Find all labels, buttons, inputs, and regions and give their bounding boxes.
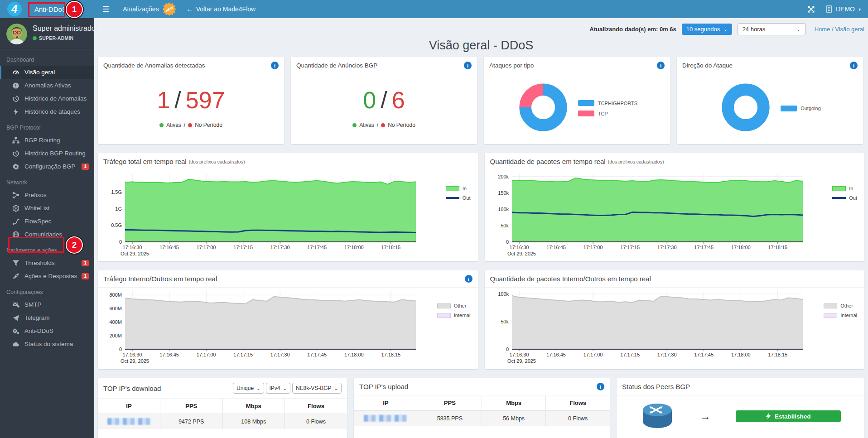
- legend-item[interactable]: TCP: [578, 111, 637, 116]
- svg-text:Oct 29, 2025: Oct 29, 2025: [121, 358, 149, 364]
- svg-text:50k: 50k: [501, 223, 509, 228]
- svg-text:17:18:00: 17:18:00: [731, 352, 750, 357]
- svg-text:17:17:00: 17:17:00: [197, 245, 216, 250]
- logo-home-link[interactable]: 4 Anti-DDoS: [0, 0, 94, 18]
- sidebar-item-visao-geral[interactable]: Visão geral: [0, 66, 94, 79]
- main-column: ☰ Atualizações NEW ← Voltar ao Made4Flow: [94, 0, 868, 438]
- sidebar-item-thresholds[interactable]: Thresholds1: [0, 256, 94, 270]
- chevron-down-icon: ⌄: [256, 386, 260, 391]
- filter-select-ne8k-vs-bgp[interactable]: NE8k-VS-BGP⌄: [292, 383, 342, 394]
- breadcrumb-home-link[interactable]: Home: [815, 26, 830, 33]
- donut-card: Direção do AtaqueiOutgoing: [677, 57, 863, 144]
- stat-value: 1/597: [157, 87, 225, 114]
- svg-text:17:17:45: 17:17:45: [694, 352, 714, 357]
- back-to-made4flow-link[interactable]: ← Voltar ao Made4Flow: [186, 5, 256, 13]
- svg-text:17:17:15: 17:17:15: [233, 245, 253, 250]
- sidebar-item-prefixos[interactable]: Prefixos: [0, 188, 94, 202]
- sidebar-item-acoes-e-respostas[interactable]: Ações e Respostas1: [0, 270, 94, 283]
- sidebar-item-smtp[interactable]: SMTP: [0, 298, 94, 311]
- svg-text:Oct 29, 2025: Oct 29, 2025: [507, 251, 536, 256]
- sidebar-item-comunidades[interactable]: Comunidades: [0, 228, 94, 241]
- legend-item[interactable]: TCPHIGHPORTS: [578, 100, 637, 106]
- sidebar-item-status-do-sistema[interactable]: Status do sistema: [0, 337, 94, 351]
- content-area: Atualizando dado(s) em: 0m 6s 10 segundo…: [94, 18, 868, 438]
- gear-icon: [11, 163, 21, 170]
- legend-item[interactable]: Out: [446, 195, 471, 201]
- svg-text:17:16:30: 17:16:30: [123, 352, 142, 357]
- updates-link[interactable]: Atualizações: [123, 5, 159, 13]
- org-selector[interactable]: DEMO ▾: [826, 5, 861, 13]
- user-name: Super administrador: [33, 24, 98, 33]
- sidebar-item-historico-bgp-routing[interactable]: Histórico BGP Routing: [0, 147, 94, 160]
- sidebar-item-configuracao-bgp[interactable]: Configuração BGP1: [0, 160, 94, 173]
- sidebar-item-label: FlowSpec: [24, 218, 51, 225]
- sidebar-item-whitelist[interactable]: WhiteList: [0, 202, 94, 215]
- legend-item[interactable]: In: [832, 186, 857, 191]
- chart-legend: InOut: [832, 186, 857, 201]
- legend-item[interactable]: Out: [832, 195, 857, 201]
- sidebar-section-label: BGP Protocol: [0, 118, 94, 134]
- sidebar-item-flowspec[interactable]: FlowSpec: [0, 215, 94, 228]
- card-title: Quantidade de pacotes em tempo real: [490, 158, 606, 165]
- card-header: Quantidade de pacotes em tempo real(dos …: [485, 153, 865, 170]
- stat-value-active: 1: [157, 87, 170, 114]
- svg-text:17:17:30: 17:17:30: [657, 245, 676, 250]
- legend-item[interactable]: Internal: [437, 313, 471, 318]
- sidebar-item-anomalias-ativas[interactable]: Anomalias Ativas: [0, 79, 94, 92]
- card-title: Quantidade de Anomalias detectadas: [103, 62, 205, 69]
- sidebar-item-telegram[interactable]: Telegram: [0, 311, 94, 324]
- card-title: Direção do Ataque: [682, 62, 733, 69]
- legend-label: Internal: [840, 313, 857, 318]
- legend-item[interactable]: Internal: [824, 313, 857, 318]
- info-icon[interactable]: i: [465, 275, 473, 283]
- info-icon[interactable]: i: [271, 62, 279, 69]
- stats-row: Quantidade de Anomalias detectadasi1/597…: [98, 57, 864, 144]
- legend-item[interactable]: Other: [437, 303, 471, 308]
- legend-label: Other: [840, 303, 853, 308]
- realtime-charts-row: Tráfego total em tempo real(dos prefixos…: [98, 153, 864, 261]
- legend-label: Out: [463, 195, 471, 201]
- sidebar-item-anti-ddos[interactable]: Anti-DDoS: [0, 324, 94, 337]
- time-range-select[interactable]: 24 horas⌄: [738, 23, 805, 35]
- legend-swatch: [446, 186, 459, 191]
- upload-table: IPPPSMbpsFlows 5835 PPS56 Mbps0 Flows: [354, 395, 610, 426]
- info-icon[interactable]: i: [464, 62, 472, 69]
- top-upload-card: TOP IP's upload i IPPPSMbpsFlows 5835 PP…: [354, 378, 610, 438]
- card-header: Tráfego total em tempo real(dos prefixos…: [98, 153, 478, 170]
- donut-card: Ataques por tipoiTCPHIGHPORTSTCP: [484, 57, 670, 144]
- sidebar-item-historico-de-anomalias[interactable]: Histórico de Anomalias: [0, 92, 94, 105]
- breadcrumb-current[interactable]: Visão geral: [835, 26, 864, 33]
- info-icon[interactable]: i: [597, 383, 604, 390]
- arrow-right-icon: →: [699, 410, 710, 423]
- refresh-interval-select[interactable]: 10 segundos⌄: [682, 24, 732, 35]
- sidebar-section-label: Dashboard: [0, 50, 94, 66]
- sidebar-item-label: Status do sistema: [24, 341, 73, 347]
- pps-cell: 9472 PPS: [160, 414, 223, 429]
- notification-badge: 1: [82, 164, 89, 170]
- sidebar-item-historico-de-ataques[interactable]: Histórico de ataques: [0, 105, 94, 118]
- legend-item[interactable]: In: [446, 186, 471, 191]
- legend-item[interactable]: Other: [824, 303, 857, 308]
- card-subtitle: (dos prefixos cadastrados): [608, 159, 664, 164]
- info-icon[interactable]: i: [657, 62, 665, 69]
- svg-text:17:16:45: 17:16:45: [546, 352, 566, 357]
- sidebar-section-label: Parâmetros e ações: [0, 241, 94, 256]
- svg-text:17:16:30: 17:16:30: [509, 245, 529, 250]
- column-header: IP: [354, 395, 418, 411]
- filter-select-unique[interactable]: Unique⌄: [233, 383, 264, 394]
- svg-text:0.5G: 0.5G: [111, 222, 122, 228]
- history-icon: [11, 95, 21, 102]
- legend-item[interactable]: Outgoing: [781, 106, 821, 111]
- fullscreen-icon[interactable]: [807, 5, 815, 13]
- svg-text:17:16:45: 17:16:45: [159, 245, 179, 250]
- donut-chart: [516, 81, 570, 136]
- topbar: ☰ Atualizações NEW ← Voltar ao Made4Flow: [94, 0, 868, 18]
- sidebar-item-label: Histórico de ataques: [24, 108, 80, 115]
- filter-select-ipv4[interactable]: IPv4⌄: [266, 383, 290, 394]
- sidebar-item-bgp-routing[interactable]: BGP Routing: [0, 134, 94, 147]
- info-icon[interactable]: i: [850, 62, 858, 69]
- sidebar-item-label: Histórico BGP Routing: [24, 150, 86, 157]
- menu-toggle-icon[interactable]: ☰: [102, 5, 109, 14]
- svg-text:17:17:00: 17:17:00: [583, 352, 603, 357]
- blurred-ip: [364, 415, 407, 422]
